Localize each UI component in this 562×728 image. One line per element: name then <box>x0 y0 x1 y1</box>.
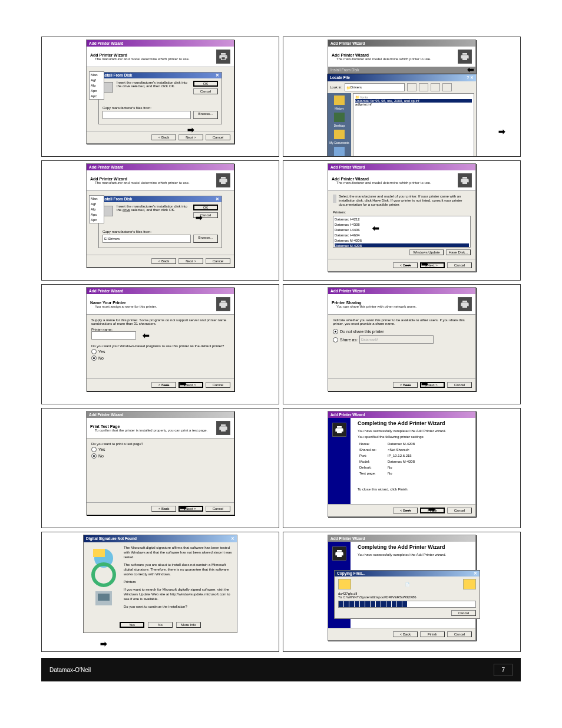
cancel-button[interactable]: Cancel <box>206 134 230 140</box>
close-icon[interactable]: ? ✕ <box>467 75 474 80</box>
arrow-icon: ➡ <box>498 127 505 136</box>
back-button[interactable]: < Back <box>393 508 418 513</box>
share-name-field: DatamaxM <box>359 335 434 344</box>
close-icon[interactable]: ✕ <box>474 571 477 576</box>
back-button[interactable]: < Back <box>151 506 176 512</box>
flying-paper-icon: 📄 <box>351 582 463 587</box>
folder-icon[interactable] <box>334 130 345 139</box>
cancel-button[interactable]: Cancel <box>451 610 476 616</box>
cell-printer-sharing: Add Printer Wizard Printer SharingYou ca… <box>283 284 521 404</box>
header-title: Add Printer Wizard <box>90 53 216 57</box>
printer-icon <box>216 421 230 435</box>
inactive-install-disk-bar: Install From Disk✕ <box>328 67 475 73</box>
printers-list[interactable]: Datamax I-4212Datamax I-4308Datamax I-44… <box>333 216 471 248</box>
more-info-button[interactable]: More Info <box>176 622 201 628</box>
add-printer-wizard: Add Printer Wizard Completing the Add Pr… <box>328 411 476 517</box>
back-icon[interactable] <box>407 83 416 91</box>
have-disk-button[interactable]: Have Disk... <box>446 249 471 255</box>
no-radio[interactable]: No <box>91 453 229 459</box>
dialog-title: Locate File <box>330 75 350 80</box>
close-icon[interactable]: ✕ <box>216 73 219 78</box>
sig-para-2: The software you are about to install do… <box>124 562 233 577</box>
instruction-text: Supply a name for this printer. Some pro… <box>91 318 229 325</box>
next-button[interactable]: Next > <box>178 506 203 512</box>
cancel-button[interactable]: Cancel <box>206 258 230 264</box>
look-in-label: Look in: <box>330 85 342 89</box>
copying-files-dialog: Copying Files...✕ 📄 do427gfx.dll To C:\W… <box>334 570 480 619</box>
file-list[interactable]: 📁 fonts Datamax for 95, 98, me, 2000, an… <box>353 93 474 157</box>
ok-button[interactable]: OK <box>193 81 218 87</box>
views-icon[interactable] <box>442 83 452 91</box>
next-button[interactable]: Next > <box>178 258 203 264</box>
manufacturer-list[interactable]: Man Agf Alp Apc Apc APS AS AT <box>89 71 104 100</box>
cancel-button[interactable]: Cancel <box>206 506 230 512</box>
dialog-title: Copying Files... <box>337 571 365 576</box>
next-button[interactable]: Next > <box>420 262 445 268</box>
windows-update-button[interactable]: Windows Update <box>409 249 444 255</box>
new-folder-icon[interactable] <box>431 83 440 91</box>
cancel-button[interactable]: Cancel <box>447 631 472 637</box>
completing-text: You have successfully completed the Add … <box>358 429 473 433</box>
path-field[interactable]: E:\Drivers <box>103 235 191 243</box>
back-button[interactable]: < Back <box>393 631 418 637</box>
history-icon[interactable] <box>334 95 345 105</box>
browse-button[interactable]: Browse... <box>193 235 218 243</box>
do-not-share-radio[interactable]: Do not share this printer <box>333 329 471 334</box>
yes-radio[interactable]: Yes <box>91 447 229 452</box>
header-subtitle: The manufacturer and model determine whi… <box>336 57 458 61</box>
back-button[interactable]: < Back <box>151 258 176 264</box>
add-printer-wizard: Add Printer Wizard Print Test PageTo con… <box>86 411 234 515</box>
window-titlebar: Add Printer Wizard <box>87 40 234 47</box>
header-subtitle: You can share this printer with other ne… <box>336 305 458 308</box>
cell-select-model: Add Printer Wizard Add Printer WizardThe… <box>283 160 521 281</box>
back-button[interactable]: < Back <box>393 382 418 388</box>
instruction-text: Insert the manufacturer's installation d… <box>117 81 190 94</box>
cancel-button[interactable]: Cancel <box>447 508 472 513</box>
printer-icon <box>216 50 230 64</box>
copy-from-label: Copy manufacturer's files from: <box>103 230 218 233</box>
printers-label: Printers: <box>333 210 471 214</box>
wizard-sidebar <box>328 418 351 504</box>
cancel-button[interactable]: Cancel <box>206 382 230 388</box>
close-icon[interactable]: ✕ <box>216 197 219 202</box>
up-icon[interactable] <box>419 83 428 91</box>
ok-button[interactable]: OK <box>193 205 218 210</box>
wizard-header: Add Printer Wizard The manufacturer and … <box>87 47 234 67</box>
printer-icon <box>458 173 472 187</box>
close-icon[interactable]: ✕ <box>231 536 234 541</box>
install-from-disk-dialog: Install From Disk✕ Insert the manufactur… <box>98 72 222 124</box>
finish-button[interactable]: Finish <box>420 631 445 637</box>
cancel-button[interactable]: Cancel <box>447 262 472 268</box>
next-button[interactable]: Next > <box>178 382 203 388</box>
finish-button[interactable]: Finish <box>420 508 445 513</box>
cancel-button[interactable]: Cancel <box>193 88 218 94</box>
next-button[interactable]: Next > <box>178 134 203 140</box>
info-icon <box>333 195 336 203</box>
cell-test-page: Add Printer Wizard Print Test PageTo con… <box>41 408 279 528</box>
no-button[interactable]: No <box>148 622 173 628</box>
look-in-dropdown[interactable]: 📁 Drivers <box>345 83 405 91</box>
computer-icon[interactable] <box>334 147 345 156</box>
no-radio[interactable]: No <box>91 355 229 361</box>
back-button[interactable]: < Back <box>393 262 418 268</box>
printer-name-field[interactable]: Datamax M-4208 <box>91 331 136 340</box>
back-button[interactable]: < Back <box>151 382 176 388</box>
folder-dst-icon <box>463 579 476 589</box>
next-button[interactable]: Next > <box>420 382 445 388</box>
printer-icon <box>332 423 346 437</box>
yes-radio[interactable]: Yes <box>91 349 229 354</box>
cancel-button[interactable]: Cancel <box>193 212 218 218</box>
browse-button[interactable]: Browse... <box>193 111 218 119</box>
completing-text: You have successfully completed the Add … <box>358 553 473 556</box>
desktop-icon[interactable] <box>334 113 345 122</box>
back-button[interactable]: < Back <box>151 134 176 140</box>
folder-item[interactable]: 📁 fonts <box>355 95 472 99</box>
path-field[interactable]: A:\ <box>103 111 191 119</box>
yes-button[interactable]: Yes <box>120 622 144 628</box>
share-as-radio[interactable]: Share as: DatamaxM <box>333 335 471 344</box>
footer-brand: Datamax-O'Neil <box>49 667 91 673</box>
header-title: Name Your Printer <box>90 301 216 305</box>
cancel-button[interactable]: Cancel <box>447 382 472 388</box>
file-item[interactable]: adlprint.inf <box>355 103 472 106</box>
manufacturer-list[interactable]: Man Agf Alp Apc Apc APS AS AT <box>89 195 104 223</box>
